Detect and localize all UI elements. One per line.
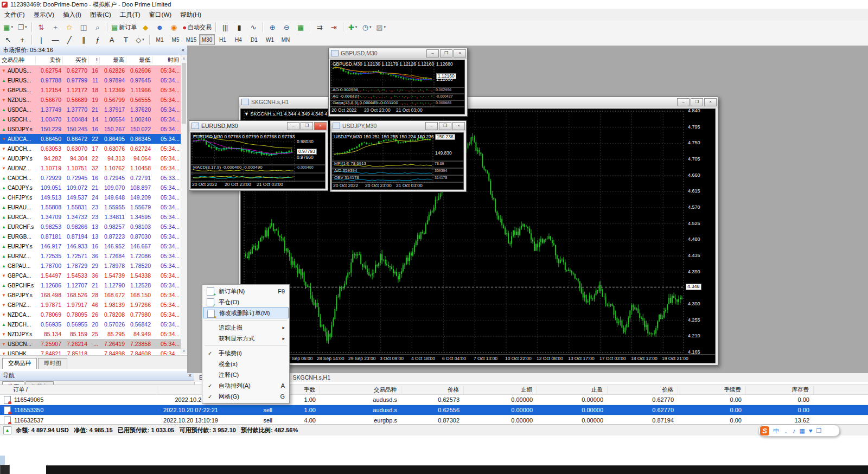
window-titlebar[interactable]: GBPUSD,M30–❒×: [329, 48, 467, 59]
mw-col-2[interactable]: 买价: [63, 56, 89, 64]
context-menu-item-commissions[interactable]: ✓手续费(i): [203, 348, 289, 358]
symbol-row[interactable]: ▲EURUS...0.977880.97799110.978940.976450…: [0, 75, 187, 85]
equidistant-channel-button[interactable]: ∥: [76, 34, 91, 45]
symbol-row[interactable]: ▲EURAU...1.558081.55831231.559551.556790…: [0, 202, 187, 212]
timeframe-m15[interactable]: M15: [183, 34, 199, 45]
terminal-col-7[interactable]: 止盈: [537, 386, 608, 394]
menu-help[interactable]: 帮助(H): [176, 9, 206, 21]
bar-chart-button[interactable]: |||: [218, 22, 232, 33]
indicators-button[interactable]: ✚▾: [346, 22, 360, 33]
timeframe-m5[interactable]: M5: [168, 34, 183, 45]
timeframe-h4[interactable]: H4: [231, 34, 246, 45]
scroll-thumb[interactable]: [182, 63, 186, 124]
restore-button[interactable]: ❒: [301, 122, 313, 130]
restore-button[interactable]: ❒: [439, 122, 451, 130]
close-icon[interactable]: ×: [188, 373, 192, 379]
terminal-col-10[interactable]: 库存费: [746, 386, 814, 394]
ime-toolbox-icon[interactable]: ❒: [816, 428, 821, 434]
symbol-row[interactable]: ▼AUDNZ...1.107191.10751321.107621.104580…: [0, 163, 187, 173]
terminal-col-5[interactable]: 价格: [401, 386, 464, 394]
mw-col-5[interactable]: 最低: [126, 56, 152, 64]
order-row[interactable]: 1165533502022.10.20 07:22:21sell1.00audu…: [0, 405, 868, 415]
terminal-col-6[interactable]: 止损: [464, 386, 537, 394]
news-button[interactable]: ◉: [167, 22, 181, 33]
zoom-out-button[interactable]: ⊖: [279, 22, 293, 33]
timeframe-m30[interactable]: M30: [199, 34, 215, 45]
ime-lang-icon[interactable]: 中: [773, 428, 779, 434]
symbol-row[interactable]: ▼GBPCA...1.544971.54533361.547391.543380…: [0, 271, 187, 280]
ime-mic-icon[interactable]: ♪: [793, 428, 796, 434]
context-menu-item-modify-delete-order[interactable]: ●修改或删除订单(M): [203, 308, 289, 318]
scroll-up-icon[interactable]: ∧: [181, 55, 187, 62]
ime-punct-icon[interactable]: ，: [783, 428, 789, 434]
order-row[interactable]: 1165490652022.10.20 07:11.00audusd.s0.62…: [0, 395, 868, 405]
symbol-row[interactable]: ▼NZDCA...0.780690.78095260.782080.779800…: [0, 310, 187, 319]
symbol-row[interactable]: ▼USDCN...7.259077.26214...7.264197.23858…: [0, 339, 187, 349]
window-titlebar[interactable]: EURUSD,M30–❒×: [189, 121, 328, 131]
chart-canvas[interactable]: AO 0.0029560.002956AC -0.000427-0.000427…: [330, 60, 465, 114]
symbol-row[interactable]: ▲EURNZ...1.725351.72571361.726841.720860…: [0, 251, 187, 261]
metaeditor-button[interactable]: ◆: [138, 22, 152, 33]
close-button[interactable]: ×: [704, 98, 717, 106]
context-menu-item-auto-arrange[interactable]: ✓自动排列(A)A: [203, 380, 289, 391]
symbol-row[interactable]: ▲EURGB...0.871810.87194130.872230.870300…: [0, 232, 187, 241]
symbol-row[interactable]: ▼GBPNZ...1.978711.97917461.981391.972660…: [0, 300, 187, 310]
terminal-col-9[interactable]: 手续费: [678, 386, 746, 394]
symbol-row[interactable]: ▼AUDCA...0.864500.86472220.864950.863450…: [0, 134, 187, 144]
new-order-button[interactable]: ▤新订单: [110, 22, 138, 33]
mw-col-4[interactable]: 最高: [100, 56, 126, 64]
navigator-button[interactable]: ✩: [62, 22, 76, 33]
symbol-row[interactable]: ▲CADJPY.s109.051109.07221109.070108.8970…: [0, 183, 187, 193]
autotrading-button[interactable]: ●自动交易: [181, 22, 213, 33]
symbol-row[interactable]: ▼AUDCH...0.630530.63070170.630760.627240…: [0, 144, 187, 153]
window-titlebar[interactable]: SKGCNH.s,H1–❒×: [239, 97, 718, 107]
timeframe-m1[interactable]: M1: [152, 34, 168, 45]
symbol-row[interactable]: ▲EURCHF.s0.982530.98266130.982570.981030…: [0, 222, 187, 232]
symbol-row[interactable]: ▲EURCA...1.347091.34732231.348111.345950…: [0, 212, 187, 222]
scrollbar[interactable]: ∧ ∨: [181, 55, 187, 354]
context-menu-item-new-order[interactable]: +新订单(N)F9: [203, 286, 289, 297]
timeframe-mn[interactable]: MN: [278, 34, 293, 45]
strategy-tester-button[interactable]: ⌕: [91, 22, 105, 33]
chart-canvas[interactable]: MACD(8,17,9) -0.000400 -0.000490-0.00040…: [190, 132, 326, 189]
chart-canvas[interactable]: MFI(14) 78.691378.69A/D 359394359394OBV …: [331, 132, 464, 190]
crosshair-button[interactable]: +: [15, 34, 29, 45]
timeframe-d1[interactable]: D1: [246, 34, 262, 45]
terminal-col-0[interactable]: 订单 /: [0, 386, 157, 394]
symbol-row[interactable]: ▲EURJPY.s146.917146.93316146.952146.6670…: [0, 241, 187, 251]
symbol-row[interactable]: ▼NZDJPY.s85.13485.1592585.29584.94905:34…: [0, 329, 187, 339]
close-button[interactable]: ×: [452, 122, 465, 130]
minimize-button[interactable]: –: [426, 49, 439, 57]
terminal-col-4[interactable]: 交易品种: [320, 386, 401, 394]
mw-col-0[interactable]: 交易品种: [0, 56, 36, 64]
auto-scroll-button[interactable]: ⇉: [312, 22, 327, 33]
minimize-button[interactable]: –: [287, 122, 299, 130]
context-menu-item-profit-display[interactable]: 获利显示方式▸: [203, 333, 289, 344]
profiles-button[interactable]: ❐▾: [15, 22, 29, 33]
chart-tab-skgcnh-s-h1[interactable]: SKGCNH.s,H1: [288, 374, 335, 381]
context-menu-item-close-position[interactable]: ✓平仓(O): [203, 297, 289, 308]
menu-window[interactable]: 窗口(W): [145, 9, 176, 21]
market-watch-button[interactable]: ⇅: [34, 22, 48, 33]
timeframe-h1[interactable]: H1: [215, 34, 231, 45]
symbol-row[interactable]: ▲GBPAU...1.787001.78729291.789781.785200…: [0, 261, 187, 271]
symbol-row[interactable]: ▲USDCH...1.004701.00484141.005541.002400…: [0, 114, 187, 124]
symbol-row[interactable]: ▼AUDUS...0.627540.62770160.628260.626060…: [0, 66, 187, 75]
context-menu-item-comments[interactable]: 注释(C): [203, 369, 289, 380]
tab-tick-chart[interactable]: 即时图: [38, 358, 67, 369]
fibonacci-button[interactable]: ƒ: [91, 34, 105, 45]
symbol-row[interactable]: ▼GBPJPY.s168.498168.52628168.672168.1500…: [0, 290, 187, 300]
templates-button[interactable]: ▨▾: [374, 22, 388, 33]
scroll-down-icon[interactable]: ∨: [181, 347, 187, 354]
experts-button[interactable]: ☻: [152, 22, 167, 33]
symbol-row[interactable]: ▼USDHK...7.848217.851187.848987.8460805:…: [0, 349, 187, 355]
ime-skin-icon[interactable]: ♥: [809, 428, 813, 434]
close-button[interactable]: ×: [454, 49, 466, 57]
symbol-row[interactable]: ▲GBPCHF.s1.126861.12707211.127901.125280…: [0, 280, 187, 290]
minimize-button[interactable]: –: [425, 122, 438, 130]
mw-col-6[interactable]: 时间: [152, 56, 181, 64]
symbol-row[interactable]: ▲CADCH...0.729290.72945160.729450.727910…: [0, 173, 187, 183]
menu-insert[interactable]: 插入(I): [59, 9, 86, 21]
horizontal-line-button[interactable]: —: [48, 34, 62, 45]
menu-view[interactable]: 显示(V): [29, 9, 59, 21]
